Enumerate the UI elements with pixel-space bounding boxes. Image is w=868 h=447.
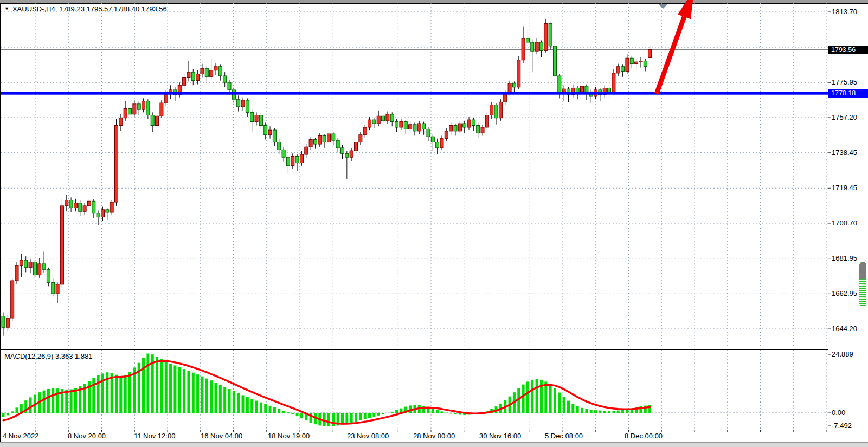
macd-histogram-bar: [273, 407, 276, 413]
bull-candle: [440, 139, 443, 148]
symbol-dropdown-icon[interactable]: ▼: [4, 6, 9, 11]
macd-histogram-bar: [536, 379, 538, 413]
price-axis-label: 1813.70: [832, 8, 857, 16]
macd-histogram-bar: [192, 373, 195, 413]
bull-candle: [544, 23, 548, 50]
macd-histogram-bar: [327, 413, 330, 426]
bear-candle: [477, 125, 480, 133]
macd-histogram-bar: [300, 413, 303, 418]
bear-candle: [431, 137, 434, 142]
macd-histogram-bar: [345, 413, 348, 424]
macd-histogram-bar: [576, 406, 579, 413]
macd-histogram-bar: [11, 411, 14, 413]
bull-candle: [11, 281, 14, 318]
macd-histogram-bar: [608, 411, 610, 413]
bear-candle: [422, 124, 426, 129]
time-axis-label: 5 Dec 08:00: [545, 432, 583, 440]
bull-candle: [201, 68, 204, 74]
macd-histogram-bar: [255, 401, 258, 413]
bull-candle: [255, 115, 258, 122]
macd-axis-label: -7.492: [832, 422, 852, 430]
bear-candle: [205, 68, 208, 77]
macd-histogram-bar: [603, 411, 606, 413]
macd-histogram-bar: [56, 388, 59, 413]
macd-histogram-bar: [178, 367, 181, 413]
bull-candle: [196, 74, 200, 81]
bull-candle: [187, 72, 190, 77]
macd-histogram-bar: [29, 397, 32, 413]
macd-histogram-bar: [246, 397, 249, 413]
macd-axis-label: 0.00: [832, 409, 845, 417]
macd-histogram-bar: [264, 404, 267, 413]
bull-candle: [535, 42, 538, 51]
bull-candle: [38, 264, 41, 275]
bull-candle: [15, 265, 18, 281]
macd-histogram-bar: [228, 389, 231, 413]
macd-histogram-bar: [612, 411, 615, 413]
bull-candle: [156, 116, 159, 125]
bear-candle: [259, 115, 262, 126]
bull-candle: [327, 134, 330, 142]
horizontal-support-line[interactable]: [1, 92, 828, 95]
time-axis-label: 8 Nov 20:00: [68, 432, 106, 440]
macd-histogram-bar: [142, 358, 145, 413]
bull-candle: [87, 201, 91, 206]
macd-histogram-bar: [156, 357, 158, 413]
time-axis-label: 30 Nov 16:00: [479, 432, 521, 440]
bull-candle: [115, 125, 118, 202]
bear-candle: [97, 213, 100, 217]
bear-candle: [237, 99, 240, 107]
bear-candle: [250, 112, 254, 121]
macd-histogram-bar: [16, 407, 18, 413]
bull-candle: [363, 127, 367, 135]
bull-candle: [133, 104, 136, 114]
bull-candle: [490, 105, 493, 115]
bear-candle: [278, 142, 281, 150]
macd-histogram-bar: [621, 410, 624, 413]
bear-candle: [630, 58, 633, 63]
macd-histogram-bar: [242, 395, 245, 413]
macd-histogram-bar: [146, 353, 149, 413]
macd-histogram-bar: [432, 409, 434, 413]
macd-histogram-bar: [350, 413, 353, 423]
bull-candle: [355, 142, 358, 151]
bull-candle: [359, 135, 362, 142]
macd-signal-line: [3, 361, 650, 424]
macd-histogram-bar: [372, 413, 375, 417]
macd-histogram-bar: [201, 377, 203, 413]
macd-histogram-bar: [2, 413, 5, 417]
bear-candle: [436, 142, 439, 148]
scrollbar-thumb[interactable]: [859, 262, 866, 307]
bear-candle: [472, 120, 475, 125]
bear-candle: [42, 264, 46, 269]
macd-histogram-bar: [260, 403, 262, 413]
bear-candle: [223, 76, 227, 82]
macd-histogram-bar: [70, 389, 73, 413]
macd-histogram-bar: [332, 413, 335, 426]
time-axis-label: 8 Dec 00:00: [625, 432, 663, 440]
trend-arrow-head[interactable]: [678, 0, 695, 19]
macd-histogram-bar: [233, 391, 235, 413]
macd-histogram-bar: [210, 380, 213, 413]
macd-histogram-bar: [119, 377, 122, 413]
bear-candle: [47, 269, 50, 282]
bear-candle: [512, 83, 516, 87]
bull-candle: [74, 203, 77, 208]
bull-candle: [309, 139, 312, 147]
bull-candle: [409, 125, 412, 129]
macd-histogram-bar: [590, 410, 593, 413]
bull-candle: [56, 284, 59, 294]
bull-candle: [101, 210, 104, 217]
bull-candle: [386, 114, 389, 121]
macd-histogram-bar: [205, 379, 208, 413]
bull-candle: [522, 38, 525, 60]
bull-candle: [20, 260, 23, 265]
bull-candle: [268, 130, 272, 135]
bull-candle: [124, 108, 127, 118]
macd-histogram-bar: [436, 410, 439, 413]
bear-candle: [52, 282, 55, 294]
macd-histogram-bar: [173, 365, 176, 413]
bear-candle: [218, 67, 222, 76]
bull-candle: [368, 120, 371, 127]
macd-histogram-bar: [554, 388, 556, 413]
